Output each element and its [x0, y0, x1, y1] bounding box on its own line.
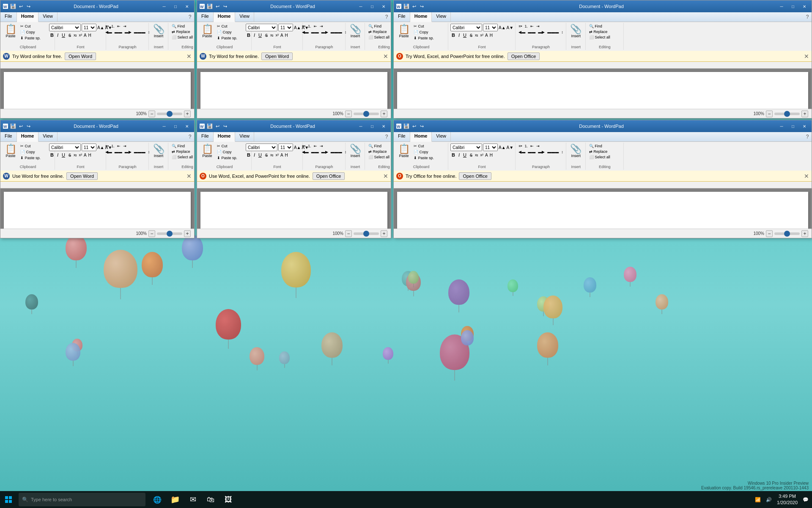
cut-button[interactable]: ✂ Cut [412, 24, 446, 29]
tab-view[interactable]: View [432, 132, 451, 141]
minimize-button[interactable]: ─ [355, 2, 366, 11]
save-icon[interactable] [403, 3, 410, 10]
paste-button[interactable]: 📋 Paste [3, 144, 18, 159]
align-center-button[interactable]: ▬▬ [310, 30, 320, 35]
tab-file[interactable]: File [394, 12, 410, 22]
zoom-slider[interactable] [354, 113, 379, 115]
increase-indent-button[interactable]: ⇥ [122, 144, 127, 149]
undo-icon[interactable]: ↩ [411, 3, 417, 10]
highlight-button[interactable]: H [285, 152, 288, 158]
line-spacing-button[interactable]: ↕ [560, 149, 564, 155]
justify-button[interactable]: ▬▬▬ [133, 149, 146, 155]
increase-indent-button[interactable]: ⇥ [319, 24, 324, 29]
paste-special-button[interactable]: ⬇ Paste sp. [19, 155, 53, 160]
notif-close-button[interactable]: ✕ [804, 173, 809, 179]
document-page[interactable] [4, 192, 191, 229]
increase-indent-button[interactable]: ⇥ [122, 24, 127, 29]
document-area[interactable] [394, 188, 812, 229]
tab-file[interactable]: File [0, 132, 17, 141]
font-size-select[interactable]: 11 [82, 24, 96, 31]
select-all-button[interactable]: ⬜ Select all [170, 35, 195, 40]
justify-button[interactable]: ▬▬▬ [330, 149, 343, 155]
highlight-button[interactable]: H [285, 33, 288, 38]
numbering-button[interactable]: 1. [524, 24, 529, 29]
insert-button[interactable]: 📎 Insert [151, 24, 166, 39]
strikethrough-button[interactable]: S̶ [67, 152, 72, 158]
save-icon[interactable] [206, 3, 213, 10]
justify-button[interactable]: ▬▬▬ [546, 149, 560, 155]
replace-button[interactable]: ⇄ Replace [588, 149, 622, 154]
bold-button[interactable]: B [450, 152, 456, 158]
select-all-button[interactable]: ⬜ Select all [367, 35, 391, 40]
tab-file[interactable]: File [394, 132, 410, 141]
tab-file[interactable]: File [0, 12, 17, 22]
maximize-button[interactable]: □ [170, 2, 181, 11]
help-button[interactable]: ? [803, 12, 812, 22]
redo-icon[interactable]: ↪ [418, 123, 425, 130]
tab-file[interactable]: File [197, 132, 214, 141]
highlight-button[interactable]: H [489, 152, 493, 158]
font-size-select[interactable]: 11 [278, 144, 293, 151]
tab-home[interactable]: Home [214, 12, 236, 22]
redo-icon[interactable]: ↪ [222, 3, 228, 10]
cut-button[interactable]: ✂ Cut [19, 144, 53, 149]
bullets-button[interactable]: ≡• [518, 144, 523, 149]
zoom-slider[interactable] [774, 113, 800, 115]
find-button[interactable]: 🔍 Find [367, 144, 391, 149]
notif-action-button[interactable]: Open Office [508, 52, 540, 60]
font-size-select[interactable]: 11 [483, 24, 498, 31]
paste-button[interactable]: 📋 Paste [200, 144, 215, 159]
close-button[interactable]: ✕ [378, 2, 389, 11]
decrease-indent-button[interactable]: ⇤ [313, 24, 318, 29]
close-button[interactable]: ✕ [799, 2, 810, 11]
subscript-button[interactable]: x₂ [475, 152, 479, 157]
minimize-button[interactable]: ─ [159, 122, 170, 130]
insert-button[interactable]: 📎 Insert [348, 144, 363, 159]
zoom-slider[interactable] [774, 232, 800, 235]
zoom-in-button[interactable]: + [801, 230, 808, 237]
minimize-button[interactable]: ─ [776, 2, 787, 11]
notif-action-button[interactable]: Open Office [459, 172, 491, 180]
replace-button[interactable]: ⇄ Replace [170, 149, 195, 154]
italic-button[interactable]: I [56, 152, 60, 158]
maximize-button[interactable]: □ [367, 122, 378, 130]
align-left-button[interactable]: ◀▬ [104, 30, 113, 35]
document-area[interactable] [0, 69, 194, 109]
select-all-button[interactable]: ⬜ Select all [588, 35, 622, 40]
increase-indent-button[interactable]: ⇥ [535, 24, 540, 29]
strikethrough-button[interactable]: S̶ [264, 152, 269, 158]
help-button[interactable]: ? [186, 12, 194, 22]
maximize-button[interactable]: □ [170, 122, 181, 130]
undo-icon[interactable]: ↩ [411, 123, 417, 130]
taskbar-mail[interactable]: ✉ [184, 491, 201, 508]
numbering-button[interactable]: 1. [110, 24, 115, 29]
save-icon[interactable] [206, 123, 213, 130]
bold-button[interactable]: B [246, 32, 252, 38]
align-left-button[interactable]: ◀▬ [301, 30, 310, 35]
copy-button[interactable]: 📄 Copy [19, 30, 53, 35]
find-button[interactable]: 🔍 Find [367, 24, 391, 29]
font-color-button[interactable]: A [485, 33, 488, 38]
zoom-out-button[interactable]: − [148, 110, 155, 117]
close-button[interactable]: ✕ [181, 122, 192, 130]
help-button[interactable]: ? [186, 132, 194, 141]
insert-button[interactable]: 📎 Insert [348, 24, 363, 39]
help-button[interactable]: ? [382, 132, 391, 141]
replace-button[interactable]: ⇄ Replace [367, 149, 391, 154]
cut-button[interactable]: ✂ Cut [19, 24, 53, 29]
tab-view[interactable]: View [38, 12, 58, 22]
redo-icon[interactable]: ↪ [222, 123, 228, 130]
align-center-button[interactable]: ▬▬ [114, 30, 123, 35]
redo-icon[interactable]: ↪ [25, 3, 32, 10]
paste-button[interactable]: 📋 Paste [396, 144, 411, 159]
redo-icon[interactable]: ↪ [418, 3, 425, 10]
titlebar[interactable]: W ↩ ↪ Document - WordPad ─ □ ✕ [394, 120, 812, 132]
align-left-button[interactable]: ◀▬ [518, 149, 526, 155]
tab-file[interactable]: File [197, 12, 214, 22]
bold-button[interactable]: B [450, 32, 456, 38]
increase-indent-button[interactable]: ⇥ [535, 144, 540, 149]
taskbar-search[interactable]: 🔍 Type here to search [19, 493, 145, 506]
taskbar-edge[interactable]: 🌐 [149, 491, 166, 508]
undo-icon[interactable]: ↩ [214, 123, 221, 130]
zoom-out-button[interactable]: − [148, 230, 155, 237]
